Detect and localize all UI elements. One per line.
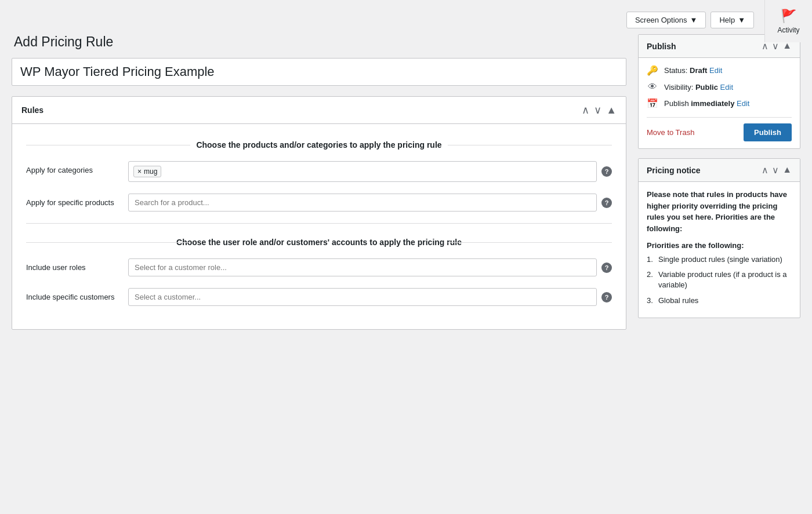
- mug-tag-remove[interactable]: ×: [137, 167, 142, 176]
- products-section-heading: Choose the products and/or categories to…: [26, 140, 612, 150]
- apply-products-field: ?: [128, 194, 612, 212]
- rules-panel-controls: ∧ ∨ ▲: [582, 104, 617, 116]
- priority-item-2: 2. Variable product rules (if a product …: [647, 269, 792, 290]
- priority-num-2: 2.: [647, 269, 655, 290]
- apply-products-label: Apply for specific products: [26, 194, 119, 207]
- activity-label: Activity: [777, 26, 799, 34]
- priority-text-2: Variable product rules (if a product is …: [658, 269, 792, 290]
- pricing-notice-panel-controls: ∧ ∨ ▲: [762, 165, 792, 176]
- publish-panel: Publish ∧ ∨ ▲ 🔑 Status: Draft Edit: [638, 34, 800, 149]
- sidebar: Publish ∧ ∨ ▲ 🔑 Status: Draft Edit: [638, 34, 800, 330]
- publish-time-edit-link[interactable]: Edit: [737, 99, 749, 108]
- priority-item-3: 3. Global rules: [647, 296, 792, 306]
- screen-options-label: Screen Options: [635, 16, 687, 24]
- priority-item-1: 1. Single product rules (single variatio…: [647, 254, 792, 265]
- apply-products-help-icon[interactable]: ?: [601, 198, 612, 208]
- rules-panel: Rules ∧ ∨ ▲ Choose the products and/or c…: [12, 96, 626, 330]
- status-icon: 🔑: [647, 65, 658, 76]
- main-wrapper: Add Pricing Rule Rules ∧ ∨ ▲ Choose the …: [0, 34, 812, 341]
- pricing-notice-list: 1. Single product rules (single variatio…: [647, 254, 792, 306]
- help-button[interactable]: Help ▼: [710, 12, 754, 28]
- include-customers-input[interactable]: [128, 288, 597, 306]
- priority-num-3: 3.: [647, 296, 655, 306]
- publish-button[interactable]: Publish: [744, 123, 792, 141]
- include-customers-row: Include specific customers ?: [26, 288, 612, 306]
- visibility-row: 👁 Visibility: Public Edit: [647, 82, 792, 92]
- apply-products-input[interactable]: [128, 194, 597, 212]
- publish-panel-body: 🔑 Status: Draft Edit 👁 Visibility: Publi…: [639, 58, 800, 148]
- rules-panel-title: Rules: [21, 105, 44, 115]
- priority-text-1: Single product rules (single variation): [658, 254, 782, 265]
- apply-categories-tag-input[interactable]: × mug: [128, 161, 597, 182]
- status-row: 🔑 Status: Draft Edit: [647, 65, 792, 76]
- mug-tag-label: mug: [144, 167, 157, 176]
- include-customers-field: ?: [128, 288, 612, 306]
- apply-categories-label: Apply for categories: [26, 161, 119, 174]
- options-bar: Screen Options ▼ Help ▼: [0, 0, 812, 34]
- status-edit-link[interactable]: Edit: [709, 66, 722, 75]
- status-value: Draft: [690, 66, 707, 75]
- apply-categories-field: × mug ?: [128, 161, 612, 182]
- apply-categories-help-icon[interactable]: ?: [601, 166, 612, 177]
- pricing-notice-panel-header: Pricing notice ∧ ∨ ▲: [639, 159, 800, 182]
- priority-num-1: 1.: [647, 254, 655, 265]
- pricing-notice-collapse-down-icon[interactable]: ∨: [772, 165, 779, 176]
- publish-actions: Move to Trash Publish: [647, 117, 792, 141]
- include-customers-help-icon[interactable]: ?: [601, 292, 612, 302]
- pricing-notice-expand-icon[interactable]: ▲: [782, 165, 792, 176]
- status-label: Status: Draft Edit: [664, 66, 722, 75]
- pricing-notice-panel-title: Pricing notice: [647, 166, 701, 175]
- apply-products-row: Apply for specific products ?: [26, 194, 612, 212]
- rules-collapse-down-icon[interactable]: ∨: [594, 104, 601, 116]
- publish-time-row: 📅 Publish immediately Edit: [647, 98, 792, 109]
- pricing-notice-text: Please note that rules in products have …: [647, 189, 792, 234]
- activity-flag-icon: 🚩: [781, 9, 796, 24]
- section-divider: [26, 223, 612, 224]
- include-user-roles-help-icon[interactable]: ?: [601, 263, 612, 273]
- pricing-notice-subtitle: Priorities are the following:: [647, 241, 792, 250]
- visibility-label: Visibility: Public Edit: [664, 83, 733, 92]
- visibility-value: Public: [695, 83, 718, 92]
- visibility-edit-link[interactable]: Edit: [720, 83, 733, 92]
- apply-categories-row: Apply for categories × mug ?: [26, 161, 612, 182]
- help-chevron: ▼: [738, 16, 745, 24]
- priority-text-3: Global rules: [658, 296, 698, 306]
- screen-options-chevron: ▼: [690, 16, 698, 24]
- include-user-roles-field: ?: [128, 258, 612, 276]
- include-user-roles-row: Include user roles ?: [26, 258, 612, 276]
- rules-panel-header: Rules ∧ ∨ ▲: [12, 97, 626, 124]
- user-section-heading: Choose the user role and/or customers' a…: [26, 238, 612, 247]
- visibility-icon: 👁: [647, 82, 658, 92]
- include-user-roles-input[interactable]: [128, 258, 597, 276]
- rules-expand-icon[interactable]: ▲: [606, 104, 617, 116]
- mug-tag[interactable]: × mug: [133, 166, 161, 177]
- page-title: Add Pricing Rule: [12, 34, 626, 50]
- activity-button[interactable]: 🚩 Activity: [764, 0, 812, 42]
- publish-time-value: immediately: [691, 99, 734, 108]
- pricing-notice-collapse-up-icon[interactable]: ∧: [762, 165, 768, 176]
- publish-panel-title: Publish: [647, 42, 676, 51]
- pricing-notice-panel: Pricing notice ∧ ∨ ▲ Please note that ru…: [638, 158, 800, 318]
- content-area: Add Pricing Rule Rules ∧ ∨ ▲ Choose the …: [12, 34, 626, 330]
- include-customers-label: Include specific customers: [26, 288, 119, 301]
- help-label: Help: [719, 16, 735, 24]
- include-user-roles-label: Include user roles: [26, 258, 119, 272]
- move-to-trash-link[interactable]: Move to Trash: [647, 128, 694, 137]
- screen-options-button[interactable]: Screen Options ▼: [626, 12, 706, 28]
- rules-panel-body: Choose the products and/or categories to…: [12, 124, 626, 329]
- pricing-rule-title-input[interactable]: [12, 58, 626, 86]
- rules-collapse-up-icon[interactable]: ∧: [582, 104, 589, 116]
- publish-time-label: Publish immediately Edit: [664, 99, 749, 108]
- calendar-icon: 📅: [647, 98, 658, 109]
- pricing-notice-panel-body: Please note that rules in products have …: [639, 182, 800, 318]
